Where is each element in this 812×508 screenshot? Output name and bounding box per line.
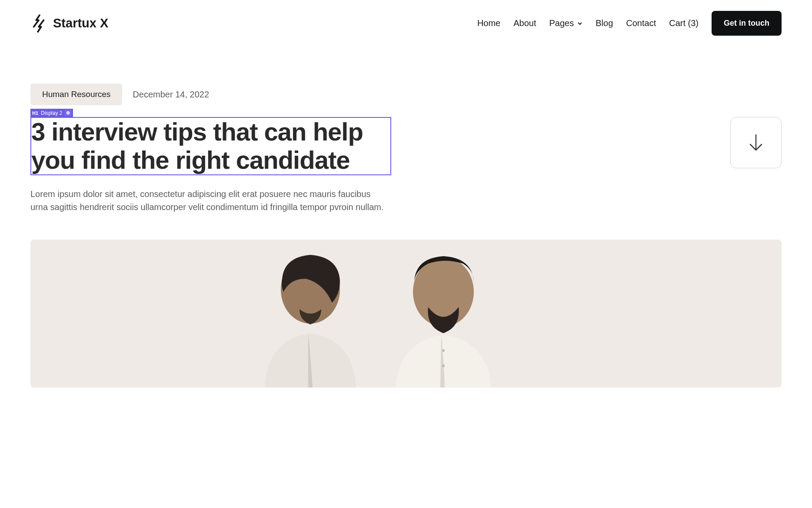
scroll-down-button[interactable] [730,117,782,168]
category-badge[interactable]: Human Resources [30,84,122,105]
nav-links: Home About Pages Blog Contact Cart (3) [477,18,699,28]
hero-row: 3 interview tips that can help you find … [30,117,782,214]
post-date: December 14, 2022 [133,90,209,100]
post-meta: Human Resources December 14, 2022 [30,84,782,105]
element-tag: H1 [32,110,38,116]
nav-pages-label: Pages [549,18,574,28]
hero-image [30,240,782,388]
nav-right: Home About Pages Blog Contact Cart (3) G… [477,11,782,36]
chevron-down-icon [577,21,582,26]
gear-icon[interactable] [65,110,71,116]
nav-blog[interactable]: Blog [596,18,613,28]
editor-element-label[interactable]: H1 Display 2 [30,109,73,117]
person-illustration-1 [241,240,380,388]
get-in-touch-button[interactable]: Get in touch [712,11,782,36]
element-class: Display 2 [41,110,62,116]
nav-home[interactable]: Home [477,18,500,28]
logo-text: Startux X [53,16,108,30]
nav-about[interactable]: About [513,18,536,28]
svg-point-3 [442,349,445,352]
post-title: 3 interview tips that can help you find … [31,118,390,174]
arrow-down-icon [749,134,763,151]
headline-selected[interactable]: 3 interview tips that can help you find … [30,117,391,175]
hero-text: 3 interview tips that can help you find … [30,117,391,214]
nav-pages[interactable]: Pages [549,18,583,28]
logo-icon [30,14,47,33]
svg-point-4 [442,364,445,367]
person-illustration-2 [376,240,515,388]
nav-contact[interactable]: Contact [626,18,656,28]
site-header: Startux X Home About Pages Blog Contact … [0,0,812,47]
main-content: Human Resources December 14, 2022 H1 Dis… [0,47,812,388]
nav-cart[interactable]: Cart (3) [669,18,699,28]
logo[interactable]: Startux X [30,14,108,33]
post-excerpt: Lorem ipsum dolor sit amet, consectetur … [30,187,387,214]
